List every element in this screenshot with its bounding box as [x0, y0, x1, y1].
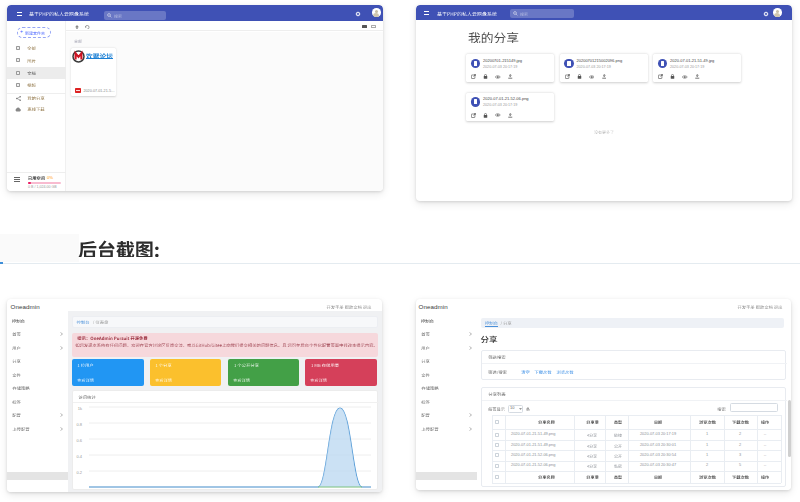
svg-text:1k: 1k — [78, 406, 82, 411]
svg-text:0.8: 0.8 — [76, 422, 82, 427]
svg-text:0.6: 0.6 — [76, 438, 82, 443]
svg-text:0.2: 0.2 — [76, 470, 82, 475]
svg-text:0.4: 0.4 — [76, 454, 82, 459]
